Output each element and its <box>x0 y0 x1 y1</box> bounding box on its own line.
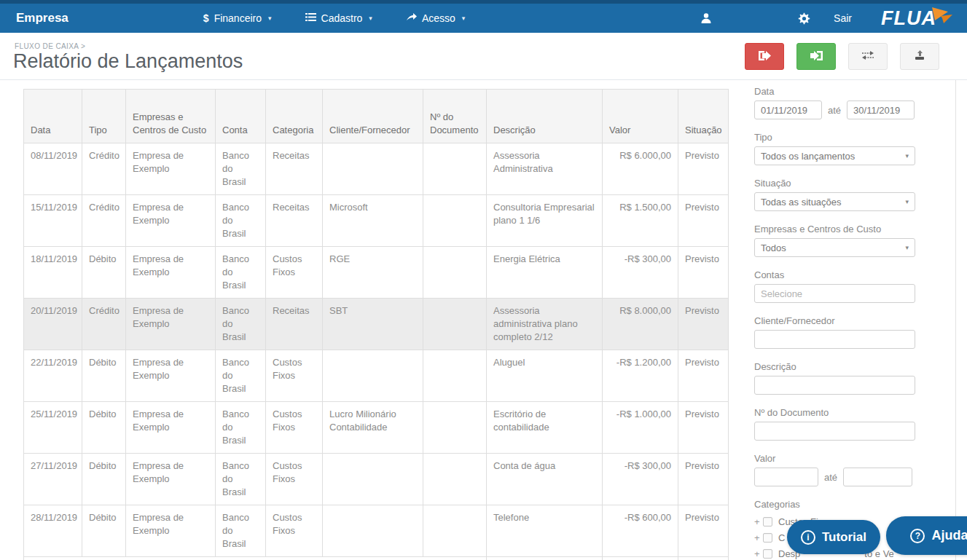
date-from-input[interactable] <box>754 100 822 119</box>
cell-documento <box>423 402 487 454</box>
cell-descricao: Conta de água <box>487 454 603 505</box>
chevron-down-icon: ▾ <box>268 15 272 22</box>
cliente-input[interactable] <box>754 330 915 349</box>
add-debit-button[interactable] <box>745 43 784 70</box>
cell-documento <box>423 299 487 350</box>
action-buttons <box>745 43 939 70</box>
menu-financeiro[interactable]: $ Financeiro ▾ <box>203 12 272 24</box>
add-credit-button[interactable] <box>796 43 836 70</box>
empresas-select[interactable]: Todos ▾ <box>754 238 915 257</box>
menu-cadastro[interactable]: Cadastro ▾ <box>305 12 372 24</box>
cell-tipo: Débito <box>82 454 126 505</box>
cell-cliente <box>323 143 423 195</box>
cell-data: 27/11/2019 <box>24 454 82 505</box>
expand-plus-icon[interactable]: + <box>754 548 763 559</box>
cell-conta: Banco do Brasil <box>216 402 266 454</box>
cell-documento <box>423 195 487 247</box>
cell-situacao: Previsto <box>678 247 729 299</box>
cell-empresa: Empresa de Exemplo <box>126 454 216 505</box>
table-row[interactable]: 25/11/2019DébitoEmpresa de ExemploBanco … <box>24 402 729 454</box>
contas-input[interactable] <box>754 284 915 303</box>
column-header: Nº do Documento <box>423 90 487 143</box>
table-row[interactable]: 20/11/2019CréditoEmpresa de ExemploBanco… <box>24 299 729 350</box>
cell-conta: Banco do Brasil <box>216 505 266 557</box>
column-header: Situação <box>678 90 729 143</box>
situacao-select-value: Todas as situações <box>761 197 842 208</box>
cell-valor: R$ 1.500,00 <box>603 195 678 247</box>
cell-cliente: RGE <box>323 247 423 299</box>
descricao-input[interactable] <box>754 376 915 395</box>
cell-data: 08/11/2019 <box>24 143 82 195</box>
column-header: Tipo <box>82 90 126 143</box>
table-row[interactable]: 28/11/2019DébitoEmpresa de ExemploBanco … <box>24 505 729 557</box>
sign-out-icon <box>759 50 771 63</box>
transfer-button[interactable] <box>848 43 888 70</box>
categorias-filter-label: Categorias <box>754 499 915 510</box>
cell-descricao: Assessoria administrativa plano completo… <box>487 299 603 350</box>
cell-categoria: Custos Fixos <box>266 505 323 557</box>
gear-icon[interactable] <box>798 12 810 25</box>
expand-plus-icon[interactable]: + <box>754 532 763 543</box>
cell-conta: Banco do Brasil <box>216 299 266 350</box>
transfer-arrows-icon <box>861 50 874 63</box>
ajuda-button[interactable]: ? Ajuda <box>886 516 967 555</box>
category-checkbox[interactable] <box>763 549 772 559</box>
cell-situacao: Previsto <box>678 143 729 195</box>
documento-filter-label: Nº do Documento <box>754 407 915 418</box>
cell-tipo: Débito <box>82 402 126 454</box>
documento-input[interactable] <box>754 422 915 441</box>
cell-conta: Banco do Brasil <box>216 143 266 195</box>
data-filter-label: Data <box>754 86 915 97</box>
cell-categoria: Custos Fixos <box>266 350 323 402</box>
tutorial-button[interactable]: i Tutorial <box>787 520 880 554</box>
date-to-input[interactable] <box>847 100 915 119</box>
tipo-select[interactable]: Todos os lançamentos ▾ <box>754 146 915 165</box>
chevron-down-icon: ▾ <box>369 15 372 22</box>
sair-link[interactable]: Sair <box>834 12 852 24</box>
chevron-down-icon: ▾ <box>462 15 466 22</box>
user-icon[interactable] <box>700 12 712 24</box>
cell-data: 28/11/2019 <box>24 505 82 557</box>
category-checkbox[interactable] <box>763 533 772 543</box>
cell-situacao: Previsto <box>678 505 729 557</box>
cell-cliente: Lucro Milionário Contabilidade <box>323 402 423 454</box>
cell-data: 20/11/2019 <box>24 299 82 350</box>
cell-empresa: Empresa de Exemplo <box>126 350 216 402</box>
sidebar-scrollbar-track[interactable] <box>955 80 956 560</box>
cell-valor: -R$ 300,00 <box>603 454 678 505</box>
tipo-filter-label: Tipo <box>754 132 915 143</box>
menu-cadastro-label: Cadastro <box>321 12 363 24</box>
cell-valor: -R$ 1.000,00 <box>603 402 678 454</box>
cell-empresa: Empresa de Exemplo <box>126 195 216 247</box>
category-checkbox[interactable] <box>763 517 772 527</box>
table-row[interactable]: 18/11/2019DébitoEmpresa de ExemploBanco … <box>24 247 729 299</box>
cell-categoria: Custos Fixos <box>266 402 323 454</box>
empresas-filter-label: Empresas e Centros de Custo <box>754 224 915 234</box>
table-row[interactable]: 27/11/2019DébitoEmpresa de ExemploBanco … <box>24 454 729 505</box>
table-row[interactable]: 22/11/2019DébitoEmpresa de ExemploBanco … <box>24 350 729 402</box>
chevron-down-icon: ▾ <box>905 244 909 251</box>
flua-logo[interactable]: FLUA <box>881 7 954 30</box>
cell-descricao: Assessoria Administrativa <box>487 143 603 195</box>
valor-to-input[interactable] <box>843 468 912 486</box>
cell-documento <box>423 143 487 195</box>
situacao-select[interactable]: Todas as situações ▾ <box>754 192 915 211</box>
cell-situacao: Previsto <box>678 350 729 402</box>
table-row[interactable]: 15/11/2019CréditoEmpresa de ExemploBanco… <box>24 195 729 247</box>
cell-tipo: Débito <box>82 247 126 299</box>
summary-spacer <box>24 557 487 560</box>
expand-plus-icon[interactable]: + <box>754 516 763 527</box>
cell-situacao: Previsto <box>678 402 729 454</box>
cell-valor: R$ 6.000,00 <box>603 143 678 195</box>
valor-from-input[interactable] <box>754 468 818 486</box>
breadcrumb: FLUXO DE CAIXA > <box>15 42 85 50</box>
date-range-separator: até <box>828 105 841 116</box>
cell-conta: Banco do Brasil <box>216 454 266 505</box>
cell-valor: -R$ 1.200,00 <box>603 350 678 402</box>
menu-acesso[interactable]: Acesso ▾ <box>406 12 465 24</box>
print-button[interactable] <box>900 43 939 70</box>
tutorial-button-label: Tutorial <box>822 530 866 545</box>
cell-documento <box>423 505 487 557</box>
cell-situacao: Previsto <box>678 299 729 350</box>
table-row[interactable]: 08/11/2019CréditoEmpresa de ExemploBanco… <box>24 143 729 195</box>
